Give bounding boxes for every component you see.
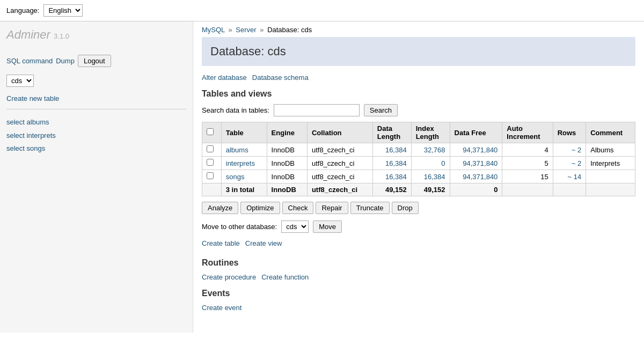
create-view-link[interactable]: Create view (245, 239, 282, 247)
table-name: songs (221, 170, 267, 183)
create-table-link[interactable]: Create table (202, 239, 240, 247)
data-free-link[interactable]: 94,371,840 (463, 173, 497, 181)
select-albums-link[interactable]: select (6, 118, 25, 126)
language-label: Language: (6, 6, 39, 14)
create-event-link[interactable]: Create event (202, 304, 241, 312)
total-comment (586, 183, 635, 196)
row-checkbox (202, 170, 222, 183)
col-collation: Collation (307, 122, 372, 143)
page-header: Database: cds (202, 37, 635, 66)
collation: utf8_czech_ci (307, 170, 372, 183)
interprets-link[interactable]: interprets (226, 159, 255, 167)
select-songs-link[interactable]: select (6, 144, 25, 152)
table-row: interprets InnoDB utf8_czech_ci 16,384 0… (202, 157, 635, 170)
table-row: songs InnoDB utf8_czech_ci 16,384 16,384… (202, 170, 635, 183)
check-button[interactable]: Check (282, 202, 314, 214)
comment: Albums (586, 143, 635, 157)
rows-link[interactable]: ~ 14 (568, 173, 582, 181)
language-select[interactable]: English (43, 4, 83, 17)
move-button[interactable]: Move (313, 221, 342, 233)
index-length: 32,768 (411, 143, 450, 157)
data-length: 16,384 (372, 143, 411, 157)
row-select-checkbox[interactable] (207, 145, 214, 152)
truncate-button[interactable]: Truncate (350, 202, 390, 214)
col-table: Table (221, 122, 267, 143)
total-index-length: 49,152 (411, 183, 450, 196)
search-button[interactable]: Search (364, 104, 398, 116)
engine: InnoDB (267, 170, 307, 183)
app-title: Adminer 3.1.0 (6, 28, 186, 46)
breadcrumb-sep-2: » (260, 26, 264, 34)
drop-button[interactable]: Drop (392, 202, 419, 214)
albums-link[interactable]: albums (226, 146, 248, 154)
songs-table-link[interactable]: songs (27, 144, 46, 152)
index-length-link[interactable]: 32,768 (424, 146, 445, 154)
auto-increment: 5 (502, 157, 553, 170)
rows-link[interactable]: ~ 2 (572, 146, 581, 154)
sql-command-link[interactable]: SQL command (6, 57, 53, 65)
data-length-link[interactable]: 16,384 (385, 173, 407, 181)
action-links: Alter database Database schema (202, 74, 635, 82)
data-length-link[interactable]: 16,384 (385, 146, 407, 154)
db-select[interactable]: cds (6, 75, 34, 87)
collation: utf8_czech_ci (307, 143, 372, 157)
col-data-free: Data Free (450, 122, 502, 143)
rows: ~ 2 (553, 157, 586, 170)
sidebar: Adminer 3.1.0 SQL command Dump Logout cd… (0, 21, 193, 333)
select-all-checkbox[interactable] (207, 128, 214, 135)
list-item: select interprets (6, 129, 186, 143)
db-select-wrap: cds (6, 75, 186, 87)
total-row: 3 in total InnoDB utf8_czech_ci 49,152 4… (202, 183, 635, 196)
alter-database-link[interactable]: Alter database (202, 74, 247, 82)
repair-button[interactable]: Repair (316, 202, 348, 214)
engine: InnoDB (267, 157, 307, 170)
songs-link[interactable]: songs (226, 173, 245, 181)
events-links: Create event (202, 304, 635, 312)
auto-increment: 4 (502, 143, 553, 157)
database-schema-link[interactable]: Database schema (252, 74, 309, 82)
create-function-link[interactable]: Create function (261, 273, 309, 281)
app-name: Adminer (6, 28, 50, 41)
sidebar-nav: SQL command Dump Logout (6, 55, 186, 67)
create-procedure-link[interactable]: Create procedure (202, 273, 256, 281)
routines-section: Routines Create procedure Create functio… (202, 258, 635, 281)
data-length: 16,384 (372, 170, 411, 183)
comment (586, 170, 635, 183)
search-input[interactable] (274, 104, 360, 116)
data-free: 94,371,840 (450, 143, 502, 157)
optimize-button[interactable]: Optimize (240, 202, 280, 214)
data-free: 94,371,840 (450, 170, 502, 183)
events-title: Events (202, 289, 635, 298)
events-section: Events Create event (202, 289, 635, 312)
create-new-table-link[interactable]: Create new table (6, 94, 59, 102)
col-index-length: IndexLength (411, 122, 450, 143)
tables-section-title: Tables and views (202, 89, 635, 99)
list-item: select albums (6, 116, 186, 129)
logout-button[interactable]: Logout (78, 55, 111, 67)
interprets-table-link[interactable]: interprets (27, 131, 56, 139)
analyze-button[interactable]: Analyze (202, 202, 238, 214)
table-links: select albums select interprets select s… (6, 116, 186, 156)
data-free-link[interactable]: 94,371,840 (463, 146, 497, 154)
move-db-select[interactable]: cds (281, 221, 309, 233)
row-select-checkbox[interactable] (207, 172, 214, 179)
data-length-link[interactable]: 16,384 (385, 159, 407, 167)
albums-table-link[interactable]: albums (27, 118, 49, 126)
routines-links: Create procedure Create function (202, 273, 635, 281)
total-rows (553, 183, 586, 196)
index-length-link[interactable]: 16,384 (424, 173, 445, 181)
index-length-link[interactable]: 0 (441, 159, 445, 167)
breadcrumb-server[interactable]: Server (236, 26, 256, 34)
row-select-checkbox[interactable] (207, 159, 214, 166)
breadcrumb-mysql[interactable]: MySQL (202, 26, 225, 34)
rows-link[interactable]: ~ 2 (572, 159, 581, 167)
rows: ~ 14 (553, 170, 586, 183)
select-interprets-link[interactable]: select (6, 131, 25, 139)
index-length: 16,384 (411, 170, 450, 183)
col-comment: Comment (586, 122, 635, 143)
data-free-link[interactable]: 94,371,840 (463, 159, 497, 167)
dump-link[interactable]: Dump (56, 57, 75, 65)
col-rows: Rows (553, 122, 586, 143)
routines-title: Routines (202, 258, 635, 268)
col-auto-increment: AutoIncrement (502, 122, 553, 143)
